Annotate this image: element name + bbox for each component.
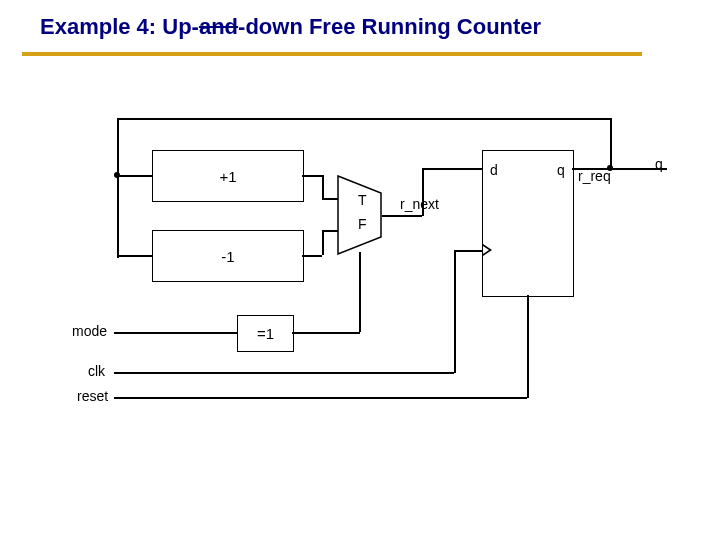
wire <box>114 372 454 374</box>
mux <box>337 175 382 255</box>
wire <box>302 175 322 177</box>
r-req-label: r_req <box>578 168 611 184</box>
dec-label: -1 <box>221 248 234 265</box>
wire <box>382 215 422 217</box>
eq1-block: =1 <box>237 315 294 352</box>
title-underline <box>22 52 642 56</box>
wire <box>117 175 152 177</box>
wire <box>422 168 482 170</box>
mode-label: mode <box>72 323 107 339</box>
wire <box>117 255 152 257</box>
clock-triangle-icon <box>483 244 492 256</box>
wire <box>610 118 612 168</box>
eq1-label: =1 <box>257 325 274 342</box>
clk-label: clk <box>88 363 105 379</box>
wire <box>117 118 611 120</box>
mux-f-label: F <box>358 216 367 232</box>
title-struck: and <box>199 14 238 39</box>
title-suffix: -down Free Running Counter <box>238 14 541 39</box>
title-prefix: Example 4: Up- <box>40 14 199 39</box>
wire <box>117 118 119 258</box>
wire <box>322 198 338 200</box>
reset-label: reset <box>77 388 108 404</box>
wire <box>454 250 456 373</box>
slide-title: Example 4: Up-and-down Free Running Coun… <box>40 14 541 40</box>
wire <box>322 230 338 232</box>
wire <box>322 230 324 255</box>
wire <box>292 332 360 334</box>
reg-d-label: d <box>490 162 498 178</box>
inc-block: +1 <box>152 150 304 202</box>
junction-dot <box>114 172 120 178</box>
dec-block: -1 <box>152 230 304 282</box>
q-output-label: q <box>655 156 663 172</box>
svg-marker-0 <box>338 176 381 254</box>
wire <box>114 332 237 334</box>
wire <box>114 397 527 399</box>
inc-label: +1 <box>219 168 236 185</box>
r-next-label: r_next <box>400 196 439 212</box>
reg-q-label: q <box>557 162 565 178</box>
wire <box>527 295 529 398</box>
wire <box>302 255 322 257</box>
mux-t-label: T <box>358 192 367 208</box>
block-diagram: +1 -1 =1 T F d q r_next mode cl <box>62 110 682 450</box>
wire <box>359 252 361 332</box>
wire <box>322 175 324 198</box>
wire <box>454 250 482 252</box>
